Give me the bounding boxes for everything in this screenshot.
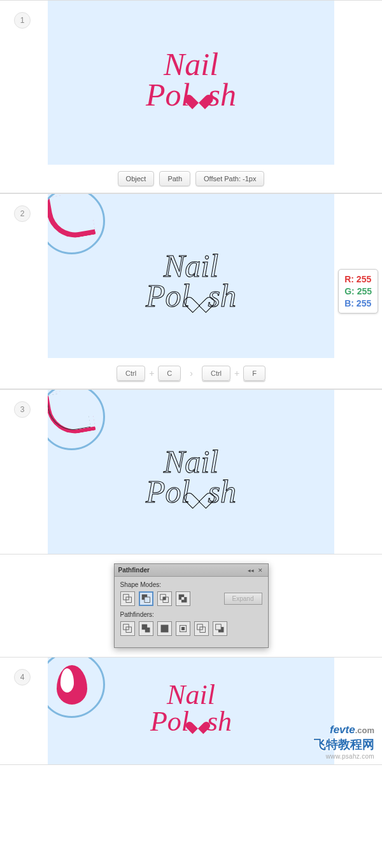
svg-rect-6 [162, 597, 165, 600]
text-sh: sh [208, 76, 236, 112]
unite-icon[interactable] [120, 591, 135, 606]
exclude-icon[interactable] [176, 591, 190, 606]
shape-modes-label: Shape Modes: [120, 581, 262, 588]
arrow-icon: › [190, 368, 193, 378]
rgb-r: R: 255 [344, 273, 372, 286]
step-3: 3 Nail Polsh [0, 389, 382, 555]
pathfinder-title: Pathfinder [118, 567, 150, 574]
pathfinders-row [120, 621, 262, 636]
plus-icon-2: + [234, 368, 239, 378]
step-2: 2 R: 255 G: 255 B: 255 Nail Polsh Ctrl +… [0, 193, 382, 389]
svg-rect-16 [181, 627, 184, 630]
step-number-4: 4 [14, 669, 31, 685]
plus-icon: + [149, 368, 154, 378]
pathfinders-label: Pathfinders: [120, 611, 262, 618]
key-f[interactable]: F [243, 366, 265, 381]
text-pol: Pol [146, 278, 190, 313]
step-number-3: 3 [14, 401, 31, 418]
merge-icon[interactable] [157, 621, 172, 636]
watermark-cn: 飞特教程网 [314, 736, 374, 753]
divide-icon[interactable] [120, 621, 135, 636]
svg-rect-13 [145, 628, 150, 633]
nail-polish-text-filled: Nail Polsh [146, 50, 236, 110]
zoom-detail-4 [48, 658, 105, 718]
key-ctrl-1[interactable]: Ctrl [117, 366, 145, 381]
heart-icon-outline [190, 486, 208, 504]
pathfinder-titlebar[interactable]: Pathfinder ◂◂ ✕ [115, 564, 268, 577]
text-sh: sh [208, 474, 236, 509]
zoom-curve-double [48, 390, 96, 438]
button-row-1: Object Path Offset Path: -1px [0, 165, 382, 193]
minus-back-icon[interactable] [213, 621, 227, 636]
nail-polish-text-final: Nail Polsh [150, 682, 232, 735]
canvas-3: Nail Polsh [48, 390, 334, 554]
nail-polish-text-outlined: Nail Polsh [146, 251, 236, 312]
intersect-icon[interactable] [157, 591, 172, 606]
zoom-detail-3 [48, 390, 105, 450]
close-icon[interactable]: ✕ [257, 567, 264, 574]
watermark: fevte.com 飞特教程网 www.psahz.com [314, 724, 374, 760]
heart-icon [190, 89, 208, 107]
text-pol: Pol [150, 706, 189, 737]
minus-front-icon[interactable] [139, 591, 153, 606]
svg-rect-3 [144, 597, 150, 603]
panel-controls: ◂◂ ✕ [248, 567, 264, 574]
crop-icon[interactable] [176, 621, 190, 636]
svg-rect-20 [215, 624, 221, 630]
trim-icon[interactable] [139, 621, 153, 636]
shape-modes-row: Expand [120, 591, 262, 606]
collapse-icon[interactable]: ◂◂ [248, 567, 255, 574]
nail-shape-icon [57, 665, 87, 705]
heart-icon-outline [190, 291, 208, 308]
watermark-url: www.psahz.com [314, 753, 374, 760]
shortcut-row: Ctrl + C › Ctrl + F [0, 358, 382, 389]
rgb-g: G: 255 [344, 286, 372, 298]
offset-path-button[interactable]: Offset Path: -1px [195, 171, 264, 186]
expand-button[interactable]: Expand [224, 593, 262, 605]
step-1: 1 Nail Polsh Object Path Offset Path: -1… [0, 0, 382, 193]
object-button[interactable]: Object [118, 171, 155, 186]
heart-icon [190, 717, 206, 732]
tutorial-container: 1 Nail Polsh Object Path Offset Path: -1… [0, 0, 382, 765]
canvas-4: Nail Polsh [48, 658, 334, 764]
text-sh: sh [207, 706, 232, 737]
pathfinder-panel: Pathfinder ◂◂ ✕ Shape Modes: Expand Path… [114, 563, 269, 648]
step-number-2: 2 [14, 205, 31, 222]
pathfinder-section: Pathfinder ◂◂ ✕ Shape Modes: Expand Path… [0, 555, 382, 657]
svg-rect-14 [160, 625, 168, 633]
text-pol: Pol [146, 76, 190, 112]
watermark-fevte: fevte.com [314, 724, 374, 736]
zoom-curve-pink [48, 194, 96, 242]
path-button[interactable]: Path [159, 171, 190, 186]
nail-polish-text-outlined-3: Nail Polsh [146, 447, 236, 507]
rgb-b: B: 255 [344, 298, 372, 310]
canvas-1: Nail Polsh [48, 1, 334, 165]
text-pol: Pol [146, 474, 190, 509]
rgb-values-box: R: 255 G: 255 B: 255 [338, 269, 378, 313]
key-c[interactable]: C [158, 366, 181, 381]
key-ctrl-2[interactable]: Ctrl [202, 366, 230, 381]
canvas-2: Nail Polsh [48, 194, 334, 358]
zoom-detail-2 [48, 194, 105, 254]
svg-rect-9 [181, 597, 183, 600]
outline-icon[interactable] [194, 621, 209, 636]
pathfinder-body: Shape Modes: Expand Pathfinders: [115, 577, 268, 647]
step-number-1: 1 [14, 12, 31, 29]
text-sh: sh [208, 278, 236, 313]
